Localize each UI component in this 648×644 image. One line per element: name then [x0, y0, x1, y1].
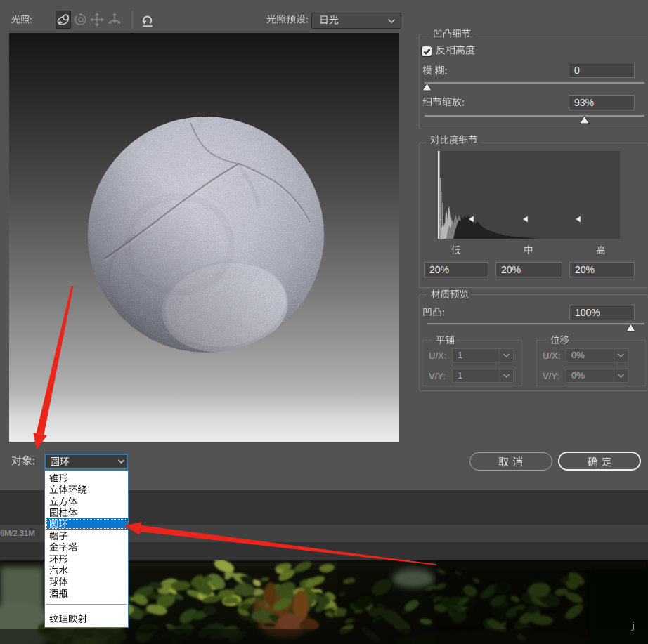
svg-text:j: j — [631, 620, 635, 631]
